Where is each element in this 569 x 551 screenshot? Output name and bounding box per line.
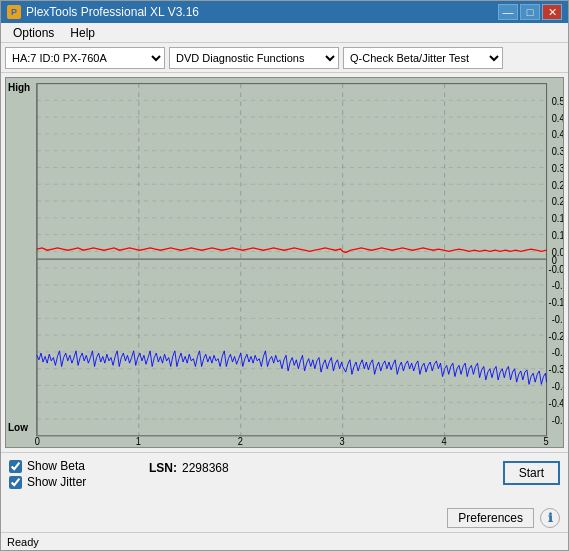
start-button[interactable]: Start — [503, 461, 560, 485]
bottom-panel: Show Beta Show Jitter LSN: 2298368 Start… — [1, 452, 568, 532]
show-jitter-checkbox[interactable] — [9, 476, 22, 489]
show-jitter-row: Show Jitter — [9, 475, 129, 489]
svg-text:2: 2 — [238, 435, 243, 446]
window-title: PlexTools Professional XL V3.16 — [26, 5, 199, 19]
svg-text:0.15: 0.15 — [552, 213, 563, 224]
svg-text:-0.2: -0.2 — [552, 314, 563, 325]
preferences-button[interactable]: Preferences — [447, 508, 534, 528]
lsn-area: LSN: 2298368 — [149, 459, 229, 475]
svg-text:0.5: 0.5 — [552, 95, 563, 106]
svg-text:-0.25: -0.25 — [549, 330, 563, 341]
svg-text:5: 5 — [543, 435, 548, 446]
show-beta-label: Show Beta — [27, 459, 85, 473]
svg-text:0.45: 0.45 — [552, 112, 563, 123]
show-jitter-label: Show Jitter — [27, 475, 86, 489]
show-beta-row: Show Beta — [9, 459, 129, 473]
maximize-button[interactable]: □ — [520, 4, 540, 20]
svg-text:0.1: 0.1 — [552, 230, 563, 241]
drive-select[interactable]: HA:7 ID:0 PX-760A — [5, 47, 165, 69]
main-window: P PlexTools Professional XL V3.16 — □ ✕ … — [0, 0, 569, 551]
svg-text:4: 4 — [442, 435, 448, 446]
svg-text:-0.5: -0.5 — [552, 414, 563, 425]
app-icon: P — [7, 5, 21, 19]
chart-svg: 0.5 0.45 0.4 0.35 0.3 0.25 0.2 0.15 0.1 … — [6, 78, 563, 447]
svg-text:-0.05: -0.05 — [549, 263, 563, 274]
show-beta-checkbox[interactable] — [9, 460, 22, 473]
checkboxes: Show Beta Show Jitter — [9, 459, 129, 489]
svg-text:0: 0 — [35, 435, 40, 446]
menu-bar: Options Help — [1, 23, 568, 43]
svg-text:0.35: 0.35 — [552, 146, 563, 157]
status-text: Ready — [7, 536, 39, 548]
svg-text:-0.4: -0.4 — [552, 381, 563, 392]
function-select[interactable]: DVD Diagnostic Functions — [169, 47, 339, 69]
svg-text:0.3: 0.3 — [552, 163, 563, 174]
test-select[interactable]: Q-Check Beta/Jitter Test — [343, 47, 503, 69]
svg-text:0.2: 0.2 — [552, 196, 563, 207]
lsn-value: 2298368 — [182, 461, 229, 475]
bottom-row2: Preferences ℹ — [1, 508, 568, 532]
status-bar: Ready — [1, 532, 568, 550]
minimize-button[interactable]: — — [498, 4, 518, 20]
toolbar: HA:7 ID:0 PX-760A DVD Diagnostic Functio… — [1, 43, 568, 73]
svg-text:-0.35: -0.35 — [549, 364, 563, 375]
right-buttons: Start — [503, 459, 560, 485]
info-button[interactable]: ℹ — [540, 508, 560, 528]
svg-text:0.4: 0.4 — [552, 129, 563, 140]
svg-text:1: 1 — [136, 435, 141, 446]
menu-options[interactable]: Options — [5, 24, 62, 42]
lsn-label: LSN: — [149, 461, 177, 475]
svg-text:3: 3 — [340, 435, 345, 446]
bottom-controls: Show Beta Show Jitter LSN: 2298368 Start — [1, 453, 568, 508]
svg-text:-0.15: -0.15 — [549, 297, 563, 308]
svg-text:-0.1: -0.1 — [552, 280, 563, 291]
chart-area: High Low — [5, 77, 564, 448]
title-bar: P PlexTools Professional XL V3.16 — □ ✕ — [1, 1, 568, 23]
menu-help[interactable]: Help — [62, 24, 103, 42]
title-bar-left: P PlexTools Professional XL V3.16 — [7, 5, 199, 19]
svg-text:-0.45: -0.45 — [549, 397, 563, 408]
svg-text:-0.3: -0.3 — [552, 347, 563, 358]
window-controls: — □ ✕ — [498, 4, 562, 20]
close-button[interactable]: ✕ — [542, 4, 562, 20]
svg-text:0.25: 0.25 — [552, 179, 563, 190]
